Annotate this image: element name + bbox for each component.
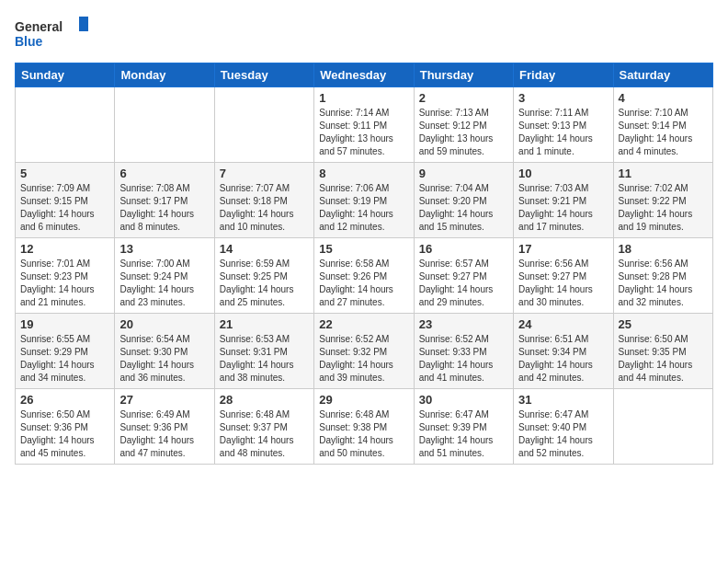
day-number: 7 (220, 167, 309, 180)
week-row-1: 1Sunrise: 7:14 AMSunset: 9:11 PMDaylight… (16, 87, 713, 163)
day-info: Sunrise: 7:14 AMSunset: 9:11 PMDaylight:… (319, 107, 408, 158)
day-number: 24 (518, 317, 608, 331)
day-cell-12: 12Sunrise: 7:01 AMSunset: 9:23 PMDayligh… (16, 238, 115, 314)
day-cell-26: 26Sunrise: 6:50 AMSunset: 9:36 PMDayligh… (16, 389, 115, 465)
day-info: Sunrise: 6:56 AMSunset: 9:28 PMDaylight:… (619, 258, 708, 309)
day-number: 27 (119, 393, 209, 407)
day-cell-17: 17Sunrise: 6:56 AMSunset: 9:27 PMDayligh… (514, 238, 613, 314)
weekday-wednesday: Wednesday (314, 63, 414, 87)
day-number: 22 (319, 317, 408, 331)
svg-text:Blue: Blue (15, 34, 43, 49)
svg-text:General: General (15, 19, 63, 34)
day-cell-25: 25Sunrise: 6:50 AMSunset: 9:35 PMDayligh… (613, 314, 712, 389)
logo: General Blue (15, 15, 88, 52)
day-info: Sunrise: 6:51 AMSunset: 9:34 PMDaylight:… (518, 333, 608, 385)
day-number: 25 (619, 317, 708, 331)
weekday-saturday: Saturday (613, 63, 712, 87)
day-info: Sunrise: 6:47 AMSunset: 9:40 PMDaylight:… (518, 408, 608, 460)
day-info: Sunrise: 6:48 AMSunset: 9:38 PMDaylight:… (319, 408, 408, 460)
day-number: 16 (419, 242, 508, 256)
day-cell-20: 20Sunrise: 6:54 AMSunset: 9:30 PMDayligh… (115, 314, 214, 389)
weekday-tuesday: Tuesday (214, 63, 313, 87)
day-info: Sunrise: 7:07 AMSunset: 9:18 PMDaylight:… (220, 182, 309, 234)
day-number: 19 (20, 317, 109, 331)
day-cell-16: 16Sunrise: 6:57 AMSunset: 9:27 PMDayligh… (414, 238, 513, 314)
day-cell-21: 21Sunrise: 6:53 AMSunset: 9:31 PMDayligh… (214, 314, 313, 389)
day-number: 10 (518, 167, 608, 180)
day-number: 21 (220, 317, 309, 331)
day-cell-28: 28Sunrise: 6:48 AMSunset: 9:37 PMDayligh… (214, 389, 313, 465)
weekday-friday: Friday (514, 63, 613, 87)
day-cell-11: 11Sunrise: 7:02 AMSunset: 9:22 PMDayligh… (613, 163, 712, 238)
day-number: 9 (419, 167, 508, 180)
day-info: Sunrise: 6:56 AMSunset: 9:27 PMDaylight:… (518, 258, 608, 309)
day-info: Sunrise: 6:52 AMSunset: 9:33 PMDaylight:… (419, 333, 508, 385)
day-number: 28 (220, 393, 309, 407)
day-cell-15: 15Sunrise: 6:58 AMSunset: 9:26 PMDayligh… (314, 238, 414, 314)
day-info: Sunrise: 7:04 AMSunset: 9:20 PMDaylight:… (419, 182, 508, 234)
logo-svg: General Blue (15, 15, 88, 52)
day-info: Sunrise: 6:55 AMSunset: 9:29 PMDaylight:… (20, 333, 109, 385)
empty-cell (214, 87, 313, 163)
day-info: Sunrise: 6:57 AMSunset: 9:27 PMDaylight:… (419, 258, 508, 309)
day-cell-29: 29Sunrise: 6:48 AMSunset: 9:38 PMDayligh… (314, 389, 414, 465)
day-cell-4: 4Sunrise: 7:10 AMSunset: 9:14 PMDaylight… (613, 87, 712, 163)
day-cell-3: 3Sunrise: 7:11 AMSunset: 9:13 PMDaylight… (514, 87, 613, 163)
day-cell-30: 30Sunrise: 6:47 AMSunset: 9:39 PMDayligh… (414, 389, 513, 465)
page-header: General Blue (15, 15, 713, 52)
day-number: 29 (319, 393, 408, 407)
day-cell-22: 22Sunrise: 6:52 AMSunset: 9:32 PMDayligh… (314, 314, 414, 389)
weekday-monday: Monday (115, 63, 214, 87)
day-cell-19: 19Sunrise: 6:55 AMSunset: 9:29 PMDayligh… (16, 314, 115, 389)
day-info: Sunrise: 7:01 AMSunset: 9:23 PMDaylight:… (20, 258, 109, 309)
calendar-table: SundayMondayTuesdayWednesdayThursdayFrid… (15, 63, 713, 465)
day-cell-10: 10Sunrise: 7:03 AMSunset: 9:21 PMDayligh… (514, 163, 613, 238)
day-cell-13: 13Sunrise: 7:00 AMSunset: 9:24 PMDayligh… (115, 238, 214, 314)
day-info: Sunrise: 7:13 AMSunset: 9:12 PMDaylight:… (419, 107, 508, 158)
day-info: Sunrise: 6:49 AMSunset: 9:36 PMDaylight:… (119, 408, 209, 460)
day-number: 1 (319, 91, 408, 105)
day-info: Sunrise: 6:52 AMSunset: 9:32 PMDaylight:… (319, 333, 408, 385)
empty-cell (613, 389, 712, 465)
day-info: Sunrise: 7:08 AMSunset: 9:17 PMDaylight:… (119, 182, 209, 234)
day-info: Sunrise: 6:50 AMSunset: 9:35 PMDaylight:… (619, 333, 708, 385)
day-cell-23: 23Sunrise: 6:52 AMSunset: 9:33 PMDayligh… (414, 314, 513, 389)
day-info: Sunrise: 6:59 AMSunset: 9:25 PMDaylight:… (220, 258, 309, 309)
day-cell-31: 31Sunrise: 6:47 AMSunset: 9:40 PMDayligh… (514, 389, 613, 465)
week-row-4: 19Sunrise: 6:55 AMSunset: 9:29 PMDayligh… (16, 314, 713, 389)
day-number: 8 (319, 167, 408, 180)
day-number: 30 (419, 393, 508, 407)
day-cell-1: 1Sunrise: 7:14 AMSunset: 9:11 PMDaylight… (314, 87, 414, 163)
day-number: 17 (518, 242, 608, 256)
day-cell-6: 6Sunrise: 7:08 AMSunset: 9:17 PMDaylight… (115, 163, 214, 238)
day-info: Sunrise: 6:54 AMSunset: 9:30 PMDaylight:… (119, 333, 209, 385)
day-cell-24: 24Sunrise: 6:51 AMSunset: 9:34 PMDayligh… (514, 314, 613, 389)
day-number: 18 (619, 242, 708, 256)
weekday-sunday: Sunday (16, 63, 115, 87)
day-info: Sunrise: 6:58 AMSunset: 9:26 PMDaylight:… (319, 258, 408, 309)
day-number: 5 (20, 167, 109, 180)
empty-cell (16, 87, 115, 163)
day-cell-9: 9Sunrise: 7:04 AMSunset: 9:20 PMDaylight… (414, 163, 513, 238)
week-row-5: 26Sunrise: 6:50 AMSunset: 9:36 PMDayligh… (16, 389, 713, 465)
day-info: Sunrise: 7:02 AMSunset: 9:22 PMDaylight:… (619, 182, 708, 234)
day-number: 4 (619, 91, 708, 105)
day-cell-5: 5Sunrise: 7:09 AMSunset: 9:15 PMDaylight… (16, 163, 115, 238)
weekday-header-row: SundayMondayTuesdayWednesdayThursdayFrid… (16, 63, 713, 87)
day-info: Sunrise: 7:03 AMSunset: 9:21 PMDaylight:… (518, 182, 608, 234)
day-number: 23 (419, 317, 508, 331)
day-number: 26 (20, 393, 109, 407)
day-number: 15 (319, 242, 408, 256)
day-cell-18: 18Sunrise: 6:56 AMSunset: 9:28 PMDayligh… (613, 238, 712, 314)
day-cell-7: 7Sunrise: 7:07 AMSunset: 9:18 PMDaylight… (214, 163, 313, 238)
day-info: Sunrise: 6:48 AMSunset: 9:37 PMDaylight:… (220, 408, 309, 460)
day-info: Sunrise: 7:11 AMSunset: 9:13 PMDaylight:… (518, 107, 608, 158)
day-cell-14: 14Sunrise: 6:59 AMSunset: 9:25 PMDayligh… (214, 238, 313, 314)
day-number: 20 (119, 317, 209, 331)
day-number: 12 (20, 242, 109, 256)
day-info: Sunrise: 6:50 AMSunset: 9:36 PMDaylight:… (20, 408, 109, 460)
day-info: Sunrise: 6:47 AMSunset: 9:39 PMDaylight:… (419, 408, 508, 460)
day-number: 3 (518, 91, 608, 105)
weekday-thursday: Thursday (414, 63, 513, 87)
svg-marker-2 (79, 17, 88, 31)
